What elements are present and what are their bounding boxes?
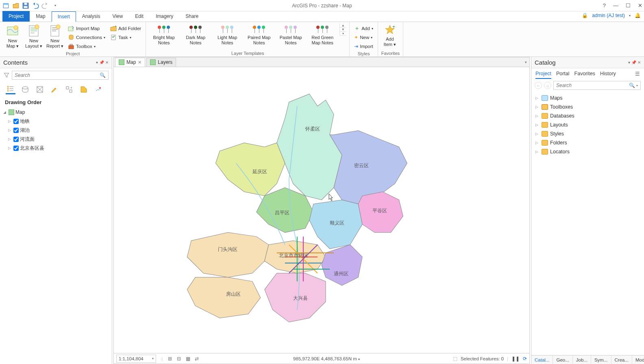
tab-share[interactable]: Share [179, 11, 205, 22]
region-fangshan[interactable] [187, 277, 260, 318]
layer-rivers[interactable]: ▷河流面 [3, 135, 109, 144]
undo-icon[interactable] [32, 2, 39, 9]
catalog-item-toolboxes[interactable]: ▷Toolboxes [535, 102, 640, 111]
catalog-menu-icon[interactable]: ☰ [635, 71, 640, 77]
contents-close-icon[interactable]: ✕ [105, 60, 109, 65]
catalog-tab-favorites[interactable]: Favorites [574, 71, 595, 79]
catalog-item-styles[interactable]: ▷Styles [535, 129, 640, 138]
redo-icon[interactable] [41, 2, 49, 9]
new-report-button[interactable]: New Report ▾ [46, 24, 64, 48]
minimize-icon[interactable]: — [613, 2, 618, 9]
notifications-icon[interactable]: 🔔 [635, 13, 641, 18]
catalog-search-icon[interactable]: 🔍 [629, 83, 635, 88]
layer-subway-checkbox[interactable] [13, 119, 19, 124]
constraint-icon[interactable]: ▦ [185, 355, 191, 362]
contents-pin-icon[interactable]: 📌 [99, 60, 104, 65]
light-map-notes-button[interactable]: Light Map Notes [213, 24, 242, 45]
qat-customize-icon[interactable] [51, 2, 59, 9]
add-item-button[interactable]: + Add Item ▾ [381, 24, 398, 47]
import-style-button[interactable]: ⇥Import [353, 42, 374, 50]
contents-search-field[interactable] [15, 72, 100, 78]
tab-map[interactable]: Map [30, 11, 51, 22]
layers-tab[interactable]: Layers [146, 58, 176, 67]
btab-mod[interactable]: Mod... [632, 355, 644, 364]
layer-lakes[interactable]: ▷湖泊 [3, 126, 109, 135]
catalog-close-icon[interactable]: ✕ [637, 60, 641, 65]
new-style-button[interactable]: ✦New ▾ [353, 33, 374, 41]
catalog-item-layouts[interactable]: ▷Layouts [535, 120, 640, 129]
catalog-pin-icon[interactable]: 📌 [631, 60, 636, 65]
gallery-up-icon[interactable]: ▲ [340, 24, 346, 28]
layer-lakes-checkbox[interactable] [13, 128, 19, 133]
save-icon[interactable] [22, 2, 29, 9]
add-folder-button[interactable]: +Add Folder [109, 24, 142, 33]
user-dropdown-icon[interactable]: ▾ [629, 14, 631, 17]
open-project-icon[interactable] [12, 2, 20, 9]
map-canvas[interactable]: 怀柔区 密云区 延庆区 昌平区 顺义区 平谷区 门头沟区 北京市市辖区 通州区 … [114, 67, 529, 353]
tab-imagery[interactable]: Imagery [150, 11, 179, 22]
catalog-item-folders[interactable]: ▷Folders [535, 138, 640, 147]
catalog-item-maps[interactable]: ▷Maps [535, 94, 640, 102]
toolbox-button[interactable]: Toolbox ▾ [67, 42, 107, 50]
tab-insert[interactable]: Insert [52, 11, 76, 22]
connections-button[interactable]: Connections ▾ [67, 33, 107, 41]
contents-dropdown-icon[interactable]: ▾ [96, 60, 98, 65]
filter-icon[interactable] [3, 72, 10, 78]
list-by-snapping-icon[interactable]: + [64, 85, 74, 94]
user-name[interactable]: admin (AJ test) [592, 13, 625, 18]
pause-icon[interactable]: ❚❚ [511, 356, 520, 362]
map-tab[interactable]: Map✕ [115, 58, 145, 67]
list-by-perceptual-icon[interactable] [94, 85, 103, 94]
dark-map-notes-button[interactable]: Dark Map Notes [181, 24, 210, 45]
list-by-labeling-icon[interactable] [79, 85, 89, 94]
layer-districts-checkbox[interactable] [13, 146, 19, 151]
map-tab-close-icon[interactable]: ✕ [138, 60, 141, 65]
region-huairou[interactable] [277, 94, 342, 200]
bright-map-notes-button[interactable]: Bright Map Notes [149, 24, 178, 45]
region-yanqing[interactable] [215, 143, 285, 196]
region-tongzhou[interactable] [322, 245, 362, 286]
tree-map-root[interactable]: ◢Map [3, 108, 109, 117]
catalog-item-locators[interactable]: ▷Locators [535, 147, 640, 156]
btab-crea[interactable]: Crea... [611, 355, 633, 364]
gallery-down-icon[interactable]: ▼ [340, 28, 346, 32]
grid-icon[interactable]: ⊟ [176, 355, 182, 362]
catalog-tab-portal[interactable]: Portal [556, 71, 570, 79]
region-mentougou[interactable] [187, 233, 268, 277]
tab-edit[interactable]: Edit [129, 11, 150, 22]
dynamic-icon[interactable]: ⇄ [194, 355, 200, 362]
coords-dropdown-icon[interactable]: ▾ [358, 357, 360, 361]
catalog-tab-history[interactable]: History [600, 71, 616, 79]
task-button[interactable]: Task ▾ [109, 33, 142, 41]
btab-geo[interactable]: Geo... [553, 355, 572, 364]
help-icon[interactable]: ? [603, 2, 606, 9]
btab-sym[interactable]: Sym... [591, 355, 611, 364]
layer-rivers-checkbox[interactable] [13, 137, 19, 142]
tab-project[interactable]: Project [2, 11, 30, 22]
search-icon[interactable]: 🔍 [100, 72, 106, 78]
layer-subway[interactable]: ▷地铁 [3, 117, 109, 126]
new-project-icon[interactable] [2, 2, 10, 9]
list-by-selection-icon[interactable] [35, 85, 45, 94]
paired-map-notes-button[interactable]: Paired Map Notes [244, 24, 274, 45]
list-by-drawing-order-icon[interactable] [6, 85, 15, 94]
catalog-item-databases[interactable]: ▷Databases [535, 111, 640, 120]
close-icon[interactable]: ✕ [638, 2, 642, 9]
new-layout-button[interactable]: New Layout ▾ [24, 24, 43, 48]
catalog-dropdown-icon[interactable]: ▾ [628, 60, 630, 65]
btab-job[interactable]: Job... [573, 355, 591, 364]
snapping-icon[interactable]: ⊞ [167, 355, 173, 362]
contents-search-input[interactable]: 🔍 [12, 71, 109, 80]
import-map-button[interactable]: Import Map [67, 24, 107, 33]
catalog-home-icon[interactable]: ⌂ [544, 82, 551, 89]
add-style-button[interactable]: ＋Add ▾ [353, 24, 374, 33]
gallery-expand-icon[interactable]: ▾ [340, 32, 346, 36]
layer-districts[interactable]: ▷北京各区县 [3, 144, 109, 153]
catalog-search-input[interactable]: 🔍▾ [553, 81, 641, 90]
catalog-back-icon[interactable]: ← [535, 82, 542, 89]
pastel-map-notes-button[interactable]: Pastel Map Notes [276, 24, 305, 45]
list-by-source-icon[interactable] [20, 85, 30, 94]
scale-input[interactable]: 1:1,104,804▾ [116, 355, 156, 363]
map-view[interactable]: 怀柔区 密云区 延庆区 昌平区 顺义区 平谷区 门头沟区 北京市市辖区 通州区 … [114, 67, 529, 353]
redgreen-map-notes-button[interactable]: Red Green Map Notes [308, 24, 337, 45]
